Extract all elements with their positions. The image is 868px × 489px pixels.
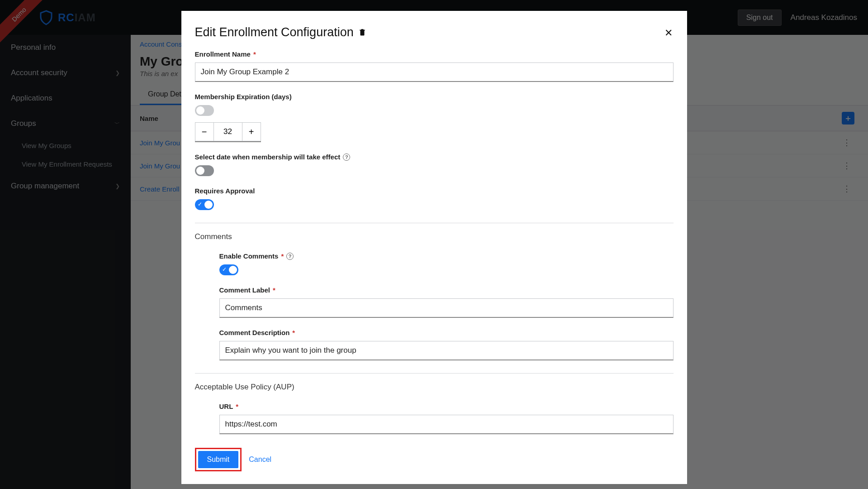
trash-icon[interactable] — [358, 25, 366, 39]
submit-button[interactable]: Submit — [198, 451, 239, 468]
aup-url-label: URL* — [219, 403, 674, 410]
aup-url-input[interactable] — [219, 415, 674, 434]
comment-description-label: Comment Description* — [219, 329, 674, 336]
enrollment-name-input[interactable] — [195, 62, 674, 82]
close-icon[interactable]: ✕ — [664, 27, 673, 39]
modal-title: Edit Enrollment Configuration — [195, 25, 674, 39]
comments-section-title: Comments — [195, 232, 674, 241]
expiration-days-stepper[interactable]: − + — [195, 122, 261, 142]
membership-expiration-label: Membership Expiration (days) — [195, 93, 674, 101]
enrollment-name-label: Enrollment Name* — [195, 50, 674, 58]
comment-description-input[interactable] — [219, 341, 674, 360]
requires-approval-toggle[interactable]: ✓ — [195, 199, 214, 210]
enable-comments-toggle[interactable]: ✓ — [219, 264, 238, 275]
help-icon[interactable]: ? — [286, 253, 294, 260]
comment-label-label: Comment Label* — [219, 286, 674, 294]
comment-label-input[interactable] — [219, 298, 674, 318]
enable-comments-label: Enable Comments*? — [219, 252, 674, 260]
edit-enrollment-modal: Edit Enrollment Configuration ✕ Enrollme… — [181, 11, 687, 484]
effective-date-toggle[interactable] — [195, 165, 214, 176]
aup-section-title: Acceptable Use Policy (AUP) — [195, 383, 674, 392]
expiration-days-input[interactable] — [214, 122, 242, 141]
stepper-minus-button[interactable]: − — [195, 122, 214, 141]
cancel-button[interactable]: Cancel — [249, 455, 271, 464]
submit-highlight: Submit — [195, 448, 242, 471]
help-icon[interactable]: ? — [343, 153, 350, 161]
effective-date-label: Select date when membership will take ef… — [195, 153, 674, 161]
membership-expiration-toggle[interactable]: ✓ — [195, 105, 214, 116]
requires-approval-label: Requires Approval — [195, 187, 674, 195]
stepper-plus-button[interactable]: + — [242, 122, 261, 141]
